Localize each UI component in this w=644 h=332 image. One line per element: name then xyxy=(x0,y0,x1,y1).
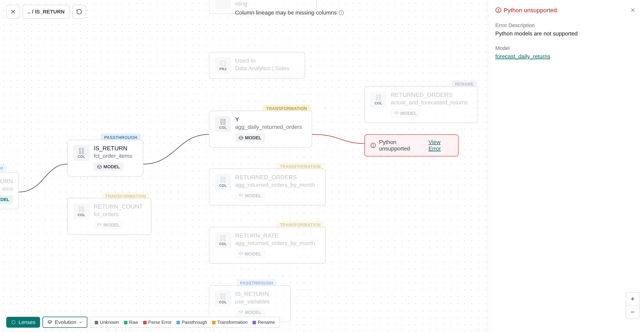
col-icon: COL xyxy=(74,145,90,161)
close-icon xyxy=(630,7,636,13)
layers-icon xyxy=(47,320,52,325)
col-icon: COL xyxy=(215,291,231,307)
node-returned-orders: COL RETURNED_ORDERS actual_and_forecaste… xyxy=(364,86,477,123)
model-pill[interactable]: MODEL xyxy=(94,162,123,171)
breadcrumb[interactable]: .. / IS_RETURN xyxy=(22,5,70,18)
error-desc-label: Error Description xyxy=(495,22,637,28)
svg-point-22 xyxy=(498,11,499,12)
chevron-down-icon xyxy=(79,320,83,324)
svg-point-9 xyxy=(373,146,373,147)
col-icon: COL xyxy=(215,116,231,132)
svg-rect-16 xyxy=(221,294,222,299)
alert-icon xyxy=(495,7,501,13)
svg-rect-12 xyxy=(221,177,222,182)
svg-rect-14 xyxy=(221,236,222,241)
model-pill: MODEL xyxy=(235,308,265,317)
zoom-controls: + − xyxy=(626,292,640,319)
legend: Unknown Raw Parse Error Passthrough Tran… xyxy=(90,317,280,328)
zoom-out-button[interactable]: − xyxy=(626,306,639,318)
svg-rect-5 xyxy=(376,95,378,100)
badge-partial-ough: OUGH xyxy=(0,164,7,172)
view-error-link[interactable]: View Error xyxy=(428,139,452,152)
close-icon xyxy=(10,9,16,15)
node-used-in: PRJ Used In Data Analytics | Sales xyxy=(209,52,305,78)
model-link[interactable]: forecast_daily_returns xyxy=(495,53,637,60)
prj-icon: PRJ xyxy=(215,57,231,73)
col-icon: COL xyxy=(370,91,386,107)
col-icon xyxy=(215,0,231,9)
col-icon: COL xyxy=(74,203,90,219)
error-sidepanel: Python unsupported Error Description Pyt… xyxy=(488,0,644,332)
legend-rename: Rename xyxy=(252,320,275,325)
lenses-button[interactable]: Lenses xyxy=(6,317,40,328)
svg-rect-15 xyxy=(224,236,225,241)
model-pill: MODEL xyxy=(94,221,123,230)
alert-icon xyxy=(370,142,376,148)
legend-parse-error: Parse Error xyxy=(143,320,172,325)
col-icon: COL xyxy=(215,174,231,190)
col-icon: COL xyxy=(215,232,231,248)
svg-rect-6 xyxy=(379,95,380,100)
topbar: .. / IS_RETURN xyxy=(6,5,86,18)
node-is-return[interactable]: COL IS_RETURN fct_order_items MODEL xyxy=(68,140,143,176)
node-returned-orders-month: COL RETURNED_ORDERS agg_returned_orders_… xyxy=(209,169,326,205)
sparkle-icon xyxy=(11,320,16,325)
svg-rect-13 xyxy=(224,177,225,182)
zoom-in-button[interactable]: + xyxy=(626,293,639,306)
svg-rect-4 xyxy=(224,119,225,124)
error-desc-text: Python models are not supported xyxy=(495,30,637,37)
model-pill: MODEL xyxy=(235,250,265,259)
close-button[interactable] xyxy=(6,5,20,18)
legend-raw: Raw xyxy=(124,320,138,325)
legend-transformation: Transformation xyxy=(212,320,248,325)
node-return-count: COL RETURN_COUNT fct_orders MODEL xyxy=(68,198,151,235)
svg-rect-10 xyxy=(79,207,80,212)
model-pill[interactable]: MODEL xyxy=(235,133,265,142)
sidepanel-close-button[interactable] xyxy=(629,6,637,14)
model-pill[interactable]: DEL xyxy=(0,195,13,204)
node-y[interactable]: COL Y agg_daily_returned_orders MODEL xyxy=(209,111,312,147)
model-pill: MODEL xyxy=(391,109,420,118)
model-label: Model xyxy=(495,45,637,51)
svg-rect-0 xyxy=(221,61,226,65)
refresh-icon xyxy=(76,8,82,15)
legend-unknown: Unknown xyxy=(95,320,119,325)
legend-passthrough: Passthrough xyxy=(176,320,207,325)
refresh-button[interactable] xyxy=(72,5,86,18)
svg-rect-2 xyxy=(82,148,84,153)
model-pill: MODEL xyxy=(235,191,265,200)
error-node[interactable]: Python unsupported View Error xyxy=(364,134,458,156)
bottombar: Lenses Evolution Unknown Raw Parse Error… xyxy=(6,317,280,328)
svg-rect-11 xyxy=(82,207,84,212)
svg-rect-3 xyxy=(221,119,222,124)
node-return-rate: COL RETURN_RATE agg_returned_orders_by_m… xyxy=(209,227,326,264)
sidepanel-title: Python unsupported xyxy=(495,7,557,14)
svg-rect-1 xyxy=(79,148,80,153)
evolution-dropdown[interactable]: Evolution xyxy=(42,317,87,328)
missing-columns-notice: Column lineage may be missing columns i xyxy=(235,9,344,16)
svg-rect-17 xyxy=(224,294,225,299)
node-partial-left: URN ems DEL xyxy=(0,172,19,209)
info-icon[interactable]: i xyxy=(339,10,344,15)
